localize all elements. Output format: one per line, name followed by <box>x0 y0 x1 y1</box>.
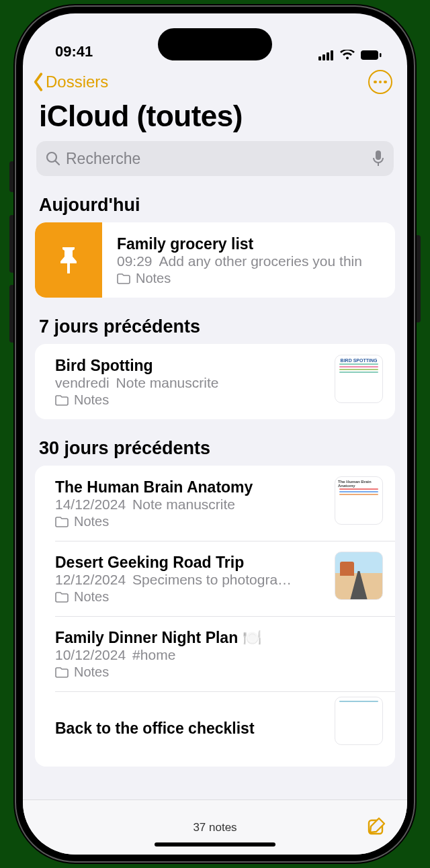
section-header-today: Aujourd'hui <box>23 176 407 222</box>
wifi-icon <box>340 50 355 60</box>
chevron-left-icon <box>31 72 46 92</box>
note-folder: Notes <box>117 271 383 286</box>
svg-rect-2 <box>327 52 329 60</box>
svg-line-7 <box>56 161 60 165</box>
note-thumbnail <box>335 697 383 745</box>
folder-icon <box>55 395 69 406</box>
note-title: Desert Geeking Road Trip <box>55 554 322 572</box>
dictation-icon[interactable] <box>372 150 384 167</box>
cellular-icon <box>318 50 335 60</box>
folder-icon <box>55 667 69 678</box>
note-folder: Notes <box>55 514 322 529</box>
note-row[interactable]: The Human Brain Anatomy 14/12/2024 Note … <box>35 466 395 541</box>
page-title: iCloud (toutes) <box>23 94 407 140</box>
note-title: The Human Brain Anatomy <box>55 478 322 496</box>
note-title: Bird Spotting <box>55 357 322 375</box>
compose-button[interactable] <box>367 816 388 840</box>
folder-icon <box>117 273 130 284</box>
navigation-bar: Dossiers <box>23 67 407 94</box>
note-thumbnail <box>335 552 383 600</box>
note-thumbnail: The Human Brain Anatomy <box>335 476 383 525</box>
note-title: Family grocery list <box>117 235 383 253</box>
search-placeholder: Recherche <box>66 150 140 168</box>
back-button[interactable]: Dossiers <box>31 72 108 92</box>
note-subtitle: 09:29 Add any other groceries you thin <box>117 253 383 269</box>
note-subtitle: 10/12/2024 #home <box>55 647 383 663</box>
note-subtitle: 14/12/2024 Note manuscrite <box>55 496 322 513</box>
compose-icon <box>367 816 388 837</box>
note-folder: Notes <box>55 392 322 408</box>
status-time: 09:41 <box>55 43 93 60</box>
note-subtitle: vendredi Note manuscrite <box>55 375 322 391</box>
notes-count: 37 notes <box>193 821 236 834</box>
search-field[interactable]: Recherche <box>36 141 394 176</box>
note-row[interactable]: Bird Spotting vendredi Note manuscrite N… <box>35 344 395 419</box>
more-options-button[interactable] <box>368 70 392 94</box>
search-icon <box>46 151 60 166</box>
section-header-week: 7 jours précédents <box>23 298 407 344</box>
svg-rect-8 <box>376 150 381 160</box>
notes-list[interactable]: Aujourd'hui Family grocery list 09:29 Ad… <box>23 176 407 799</box>
note-subtitle: 12/12/2024 Specimens to photogra… <box>55 572 322 588</box>
note-row[interactable]: Desert Geeking Road Trip 12/12/2024 Spec… <box>35 541 395 616</box>
battery-icon <box>360 50 382 60</box>
svg-rect-10 <box>67 263 70 273</box>
pin-icon <box>56 245 81 275</box>
svg-rect-5 <box>380 53 382 57</box>
section-month: The Human Brain Anatomy 14/12/2024 Note … <box>35 466 395 767</box>
svg-rect-4 <box>361 50 378 60</box>
svg-rect-0 <box>318 56 321 60</box>
folder-icon <box>55 517 69 527</box>
note-folder: Notes <box>55 589 322 605</box>
note-title: Back to the office checklist <box>55 720 322 738</box>
note-row[interactable]: Back to the office checklist <box>35 691 395 767</box>
section-today: Family grocery list 09:29 Add any other … <box>35 222 395 298</box>
svg-rect-1 <box>322 54 325 60</box>
note-folder: Notes <box>55 664 383 680</box>
folder-icon <box>55 592 69 603</box>
screen: 09:41 Dossiers iCloud (toutes) Recherche <box>23 13 407 855</box>
note-title: Family Dinner Night Plan 🍽️ <box>55 629 383 647</box>
pinned-indicator <box>35 222 102 298</box>
note-row[interactable]: Family Dinner Night Plan 🍽️ 10/12/2024 #… <box>35 616 395 691</box>
home-indicator[interactable] <box>155 842 275 847</box>
svg-rect-3 <box>331 50 333 60</box>
section-week: Bird Spotting vendredi Note manuscrite N… <box>35 344 395 419</box>
note-row[interactable]: Family grocery list 09:29 Add any other … <box>35 222 395 298</box>
section-header-month: 30 jours précédents <box>23 419 407 466</box>
note-thumbnail: BIRD SPOTTING <box>335 355 383 403</box>
phone-frame: 09:41 Dossiers iCloud (toutes) Recherche <box>15 5 415 863</box>
back-label: Dossiers <box>46 73 108 91</box>
dynamic-island <box>158 28 272 60</box>
